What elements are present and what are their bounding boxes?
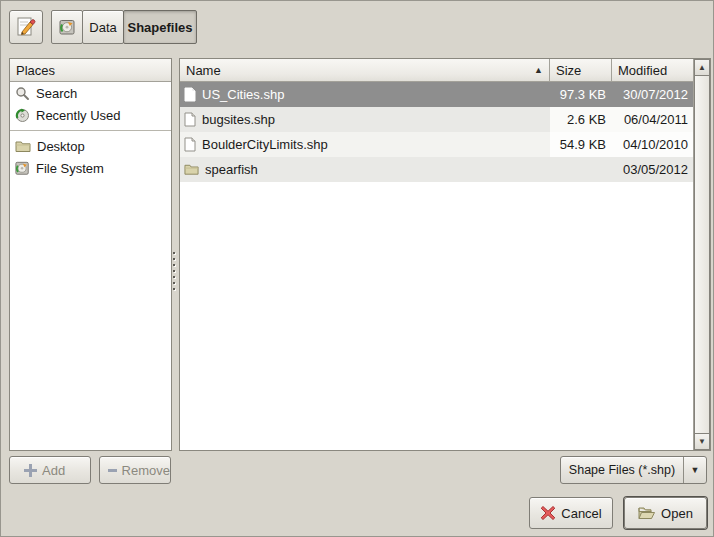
column-header-modified[interactable]: Modified bbox=[612, 59, 693, 82]
column-header-name-label: Name bbox=[186, 63, 221, 78]
places-separator bbox=[10, 130, 171, 131]
file-row[interactable]: BoulderCityLimits.shp 54.9 KB 04/10/2010 bbox=[180, 132, 693, 157]
pencil-icon bbox=[15, 16, 37, 38]
filter-selected-label: Shape Files (*.shp) bbox=[569, 463, 675, 477]
tab-data-label: Data bbox=[89, 20, 116, 35]
places-header[interactable]: Places bbox=[10, 59, 171, 82]
column-header-modified-label: Modified bbox=[618, 63, 667, 78]
tab-shapefiles[interactable]: Shapefiles bbox=[123, 10, 197, 44]
file-size: 2.6 KB bbox=[567, 112, 606, 127]
file-list-panel: Name ▲ Size Modified bbox=[179, 58, 711, 451]
file-modified: 06/04/2011 bbox=[624, 112, 688, 127]
data-source-button[interactable] bbox=[51, 10, 83, 44]
toolbar: Data Shapefiles bbox=[9, 10, 197, 44]
file-size: 54.9 KB bbox=[560, 137, 606, 152]
file-modified: 30/07/2012 bbox=[623, 87, 688, 102]
vertical-scrollbar[interactable]: ▲ ▼ bbox=[693, 59, 710, 450]
file-name: bugsites.shp bbox=[202, 112, 275, 127]
folder-icon bbox=[184, 163, 199, 176]
file-name: US_Cities.shp bbox=[202, 87, 284, 102]
file-icon bbox=[184, 87, 196, 102]
file-row[interactable]: spearfish 03/05/2012 bbox=[180, 157, 693, 182]
place-item-search[interactable]: Search bbox=[10, 82, 171, 104]
file-row-selected[interactable]: US_Cities.shp 97.3 KB 30/07/2012 bbox=[180, 82, 693, 107]
file-row[interactable]: bugsites.shp 2.6 KB 06/04/2011 bbox=[180, 107, 693, 132]
sort-ascending-icon: ▲ bbox=[534, 65, 543, 75]
remove-button-label: Remove bbox=[122, 463, 170, 478]
remove-button[interactable]: Remove bbox=[99, 456, 171, 484]
file-modified: 03/05/2012 bbox=[623, 162, 688, 177]
cancel-button[interactable]: Cancel bbox=[529, 497, 613, 529]
file-rows: US_Cities.shp 97.3 KB 30/07/2012 bbox=[180, 82, 693, 450]
open-button-label: Open bbox=[661, 506, 693, 521]
file-type-filter-dropdown[interactable]: Shape Files (*.shp) ▼ bbox=[560, 456, 707, 484]
scroll-down-icon: ▼ bbox=[698, 437, 706, 446]
places-header-label: Places bbox=[16, 63, 55, 78]
add-button[interactable]: Add bbox=[9, 456, 91, 484]
recently-used-icon bbox=[15, 108, 30, 123]
cancel-x-icon bbox=[540, 505, 556, 521]
open-folder-icon bbox=[638, 506, 656, 520]
cancel-button-label: Cancel bbox=[561, 506, 601, 521]
scrollbar-thumb[interactable] bbox=[694, 76, 710, 433]
tab-shapefiles-label: Shapefiles bbox=[127, 20, 192, 35]
column-header-size-label: Size bbox=[556, 63, 581, 78]
column-header-name[interactable]: Name ▲ bbox=[180, 59, 550, 82]
folder-icon bbox=[15, 140, 31, 153]
place-label: File System bbox=[36, 161, 104, 176]
place-label: Search bbox=[36, 86, 77, 101]
pane-resize-grip[interactable] bbox=[173, 252, 177, 290]
file-modified: 04/10/2010 bbox=[623, 137, 688, 152]
minus-icon bbox=[108, 469, 117, 472]
column-header-row: Name ▲ Size Modified bbox=[180, 59, 693, 82]
file-icon bbox=[184, 112, 196, 127]
place-item-recently-used[interactable]: Recently Used bbox=[10, 104, 171, 126]
column-header-size[interactable]: Size bbox=[550, 59, 612, 82]
file-chooser-dialog: Data Shapefiles Places Search bbox=[0, 0, 714, 537]
plus-icon bbox=[24, 464, 37, 477]
file-name: BoulderCityLimits.shp bbox=[202, 137, 328, 152]
open-button[interactable]: Open bbox=[624, 497, 707, 529]
drive-icon bbox=[59, 19, 76, 36]
place-item-file-system[interactable]: File System bbox=[10, 157, 171, 179]
scroll-up-icon: ▲ bbox=[698, 63, 706, 72]
edit-button[interactable] bbox=[9, 10, 43, 44]
file-name: spearfish bbox=[205, 162, 258, 177]
place-item-desktop[interactable]: Desktop bbox=[10, 135, 171, 157]
scroll-down-button[interactable]: ▼ bbox=[694, 433, 710, 450]
scroll-up-button[interactable]: ▲ bbox=[694, 59, 710, 76]
drive-icon bbox=[15, 161, 30, 176]
add-button-label: Add bbox=[42, 463, 65, 478]
places-panel: Places Search Recently Used bbox=[9, 58, 172, 451]
place-label: Recently Used bbox=[36, 108, 121, 123]
source-tab-group: Data Shapefiles bbox=[51, 10, 197, 44]
file-icon bbox=[184, 137, 196, 152]
tab-data[interactable]: Data bbox=[82, 10, 124, 44]
file-size: 97.3 KB bbox=[560, 87, 606, 102]
dropdown-arrow-icon: ▼ bbox=[683, 457, 706, 483]
search-icon bbox=[15, 86, 30, 101]
place-label: Desktop bbox=[37, 139, 85, 154]
